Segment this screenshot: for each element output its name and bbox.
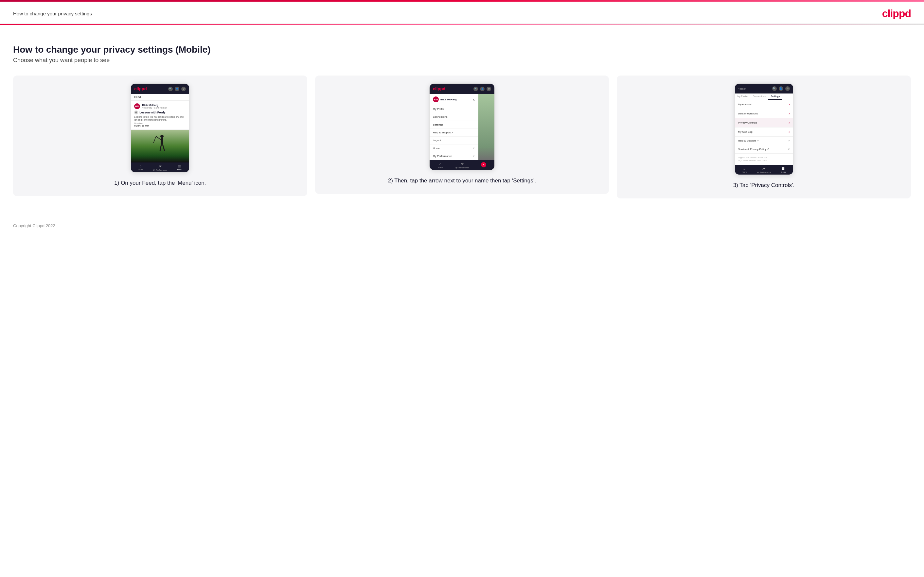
phone2-menu-user-header[interactable]: BM Blair McHarg ∧: [430, 94, 478, 105]
step-1-card: clippd 🔍 👤 ⚙ Feed BM Blair McHarg: [13, 76, 307, 196]
performance-icon-2: [460, 162, 464, 166]
performance-label-2: My Performance: [455, 167, 469, 169]
nav-home[interactable]: ⌂ Home: [131, 164, 150, 171]
person-icon-2[interactable]: 👤: [480, 87, 485, 91]
performance-label: My Performance: [153, 169, 167, 171]
settings-mygolfbag[interactable]: My Golf Bag ›: [735, 127, 793, 137]
nav2-close[interactable]: ✕: [473, 162, 494, 169]
menu-label: Menu: [177, 169, 182, 171]
person-icon[interactable]: 👤: [175, 87, 179, 91]
nav2-home[interactable]: ⌂ Home: [430, 162, 451, 169]
nav3-home[interactable]: ⌂ Home: [735, 167, 754, 173]
search-icon-3[interactable]: 🔍: [772, 86, 777, 91]
feed-desc: Looking to feel like my hands are exitin…: [134, 115, 186, 121]
step-1-caption: 1) On your Feed, tap the ‘Menu’ icon.: [114, 179, 206, 187]
nav-performance[interactable]: My Performance: [150, 164, 170, 171]
phone2-logo: clippd: [433, 86, 445, 91]
phone2-menu-user: BM Blair McHarg: [433, 97, 456, 102]
svg-rect-1: [131, 130, 189, 163]
step-1-phone: clippd 🔍 👤 ⚙ Feed BM Blair McHarg: [131, 83, 189, 172]
menu-icon-3: ☰: [782, 167, 785, 170]
search-icon[interactable]: 🔍: [168, 87, 173, 91]
settings-dataintegrations[interactable]: Data Integrations ›: [735, 109, 793, 118]
section-home-chevron: ∨: [473, 147, 475, 150]
version2: GQL Server Version: 2022.7.30-1: [738, 159, 790, 162]
helpsupport-ext-icon: ↗: [788, 139, 790, 142]
nav2-performance[interactable]: My Performance: [451, 162, 473, 169]
home-icon-2: ⌂: [439, 162, 441, 166]
tab-connections[interactable]: Connections: [750, 93, 768, 100]
tab-myprofile[interactable]: My Profile: [735, 93, 750, 100]
feed-lesson-title: Lesson with Fordy: [134, 111, 186, 114]
logo-container: clippd: [882, 8, 911, 19]
mygolfbag-chevron: ›: [788, 130, 790, 134]
person-icon-3[interactable]: 👤: [779, 86, 783, 91]
nav3-menu[interactable]: ☰ Menu: [774, 167, 793, 173]
settings-icon-2[interactable]: ⚙: [486, 87, 491, 91]
steps-container: clippd 🔍 👤 ⚙ Feed BM Blair McHarg: [13, 76, 911, 198]
phone2-menu-username: Blair McHarg: [440, 98, 456, 101]
phone1-icons: 🔍 👤 ⚙: [168, 87, 186, 91]
performance-label-3: My Performance: [757, 171, 771, 173]
feed-item: BM Blair McHarg Yesterday · Sunningleah …: [131, 101, 189, 130]
section-performance-chevron: ∨: [473, 155, 475, 158]
feed-username: Blair McHarg: [142, 104, 186, 106]
back-button[interactable]: < Back: [738, 87, 746, 90]
menu-item-logout[interactable]: Logout: [430, 137, 478, 145]
search-icon-2[interactable]: 🔍: [473, 87, 478, 91]
privacycontrols-label: Privacy Controls: [738, 121, 757, 124]
phone2-menu-arrow-icon[interactable]: ∧: [472, 98, 475, 102]
phone2-icons: 🔍 👤 ⚙: [473, 87, 491, 91]
nav3-performance[interactable]: My Performance: [754, 167, 774, 173]
phone3-tabs: My Profile Connections Settings: [735, 93, 793, 100]
tab-settings[interactable]: Settings: [768, 93, 783, 100]
svg-rect-3: [161, 138, 163, 145]
section-performance-label: My Performance: [433, 155, 452, 158]
menu-item-helpsupport[interactable]: Help & Support ↗: [430, 129, 478, 137]
phone3-bottom-nav: ⌂ Home My Performance ☰ Menu: [735, 165, 793, 174]
feed-duration-value: 01 hr : 30 min: [134, 124, 186, 127]
performance-icon: [158, 164, 162, 168]
phone2-body: BM Blair McHarg ∧ My Profile Connections…: [430, 94, 494, 160]
menu-section-home[interactable]: Home ∨: [430, 145, 478, 152]
feed-user-row: BM Blair McHarg Yesterday · Sunningleah: [134, 103, 186, 109]
home-icon-3: ⌂: [743, 167, 745, 170]
step-2-caption: 2) Then, tap the arrow next to your name…: [388, 177, 536, 185]
settings-myaccount[interactable]: My Account ›: [735, 100, 793, 109]
feed-user-info: Blair McHarg Yesterday · Sunningleah: [142, 104, 186, 109]
phone2-menu-avatar: BM: [433, 97, 439, 102]
version1: Clippd Client Version: 2022.8.3-3: [738, 156, 790, 159]
settings-privacypolicy[interactable]: Service & Privacy Policy ↗ ↗: [735, 145, 793, 154]
phone2-bg-content: [478, 94, 495, 160]
settings-privacycontrols[interactable]: Privacy Controls ›: [735, 118, 793, 127]
home-label: Home: [138, 169, 143, 171]
close-icon[interactable]: ✕: [481, 162, 486, 168]
menu-item-connections[interactable]: Connections: [430, 113, 478, 121]
svg-point-2: [160, 135, 163, 138]
feed-avatar: BM: [134, 103, 140, 109]
feed-date: Yesterday · Sunningleah: [142, 106, 186, 109]
footer: Copyright Clippd 2022: [0, 218, 924, 234]
logo: clippd: [882, 8, 911, 19]
phone2-bottom-nav: ⌂ Home My Performance ✕: [430, 160, 494, 170]
header: How to change your privacy settings clip…: [0, 2, 924, 24]
section-home-label: Home: [433, 147, 440, 150]
settings-helpsupport[interactable]: Help & Support ↗ ↗: [735, 137, 793, 145]
phone2-header: clippd 🔍 👤 ⚙: [430, 84, 494, 94]
menu-item-myprofile[interactable]: My Profile: [430, 105, 478, 113]
home-label-2: Home: [438, 166, 443, 168]
phone1-bottom-nav: ⌂ Home My Performance ☰ Menu: [131, 163, 189, 172]
phone2-menu-overlay: BM Blair McHarg ∧ My Profile Connections…: [430, 94, 478, 160]
main-content: How to change your privacy settings (Mob…: [0, 35, 924, 211]
nav-menu[interactable]: ☰ Menu: [170, 164, 189, 171]
page-heading: How to change your privacy settings (Mob…: [13, 45, 911, 55]
settings-icon-3[interactable]: ⚙: [785, 86, 790, 91]
menu-item-settings[interactable]: Settings: [430, 121, 478, 129]
menu-section-performance[interactable]: My Performance ∨: [430, 152, 478, 160]
myaccount-chevron: ›: [788, 103, 790, 106]
phone1-feed-tab[interactable]: Feed: [131, 94, 189, 101]
home-label-3: Home: [742, 171, 747, 173]
settings-icon[interactable]: ⚙: [181, 87, 186, 91]
step-3-caption: 3) Tap ‘Privacy Controls’.: [733, 181, 795, 189]
helpsupport-label: Help & Support ↗: [738, 139, 759, 142]
